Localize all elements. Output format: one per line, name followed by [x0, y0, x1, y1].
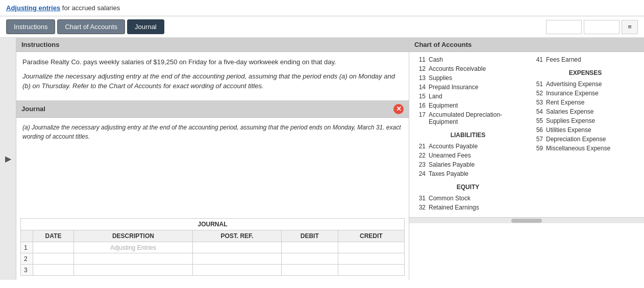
coa-item-51: 51 Advertising Expense [531, 81, 640, 88]
coa-item-14: 14 Prepaid Insurance [413, 84, 523, 91]
coa-header: Chart of Accounts [409, 38, 644, 52]
row-3-date[interactable] [33, 265, 74, 276]
journal-title-row: JOURNAL [21, 219, 405, 230]
expenses-title: EXPENSES [531, 68, 640, 77]
scrollbar-thumb[interactable] [511, 219, 542, 223]
coa-name-31: Common Stock [429, 195, 470, 202]
row-2-date[interactable] [33, 253, 74, 265]
row-1-desc[interactable]: Adjusting Entries [74, 242, 193, 253]
coa-name-12: Accounts Receivable [429, 65, 486, 72]
journal-close-button[interactable]: ✕ [393, 104, 404, 114]
coa-name-11: Cash [429, 56, 443, 63]
row-1-num: 1 [21, 242, 33, 253]
coa-name-57: Depreciation Expense [546, 136, 606, 143]
left-panel: Instructions Paradise Realty Co. pays we… [16, 38, 409, 280]
hamburger-icon: ≡ [628, 23, 632, 31]
row-2-desc[interactable] [74, 253, 193, 265]
coa-num-52: 52 [531, 90, 543, 97]
coa-num-57: 57 [531, 136, 543, 143]
coa-name-55: Supplies Expense [546, 117, 595, 124]
toolbar-input-2[interactable] [584, 20, 620, 34]
coa-name-14: Prepaid Insurance [429, 84, 478, 91]
row-1-credit[interactable] [338, 242, 404, 253]
coa-name-59: Miscellaneous Expense [546, 145, 610, 152]
coa-right-column: 41 Fees Earned EXPENSES 51 Advertising E… [527, 56, 644, 213]
coa-item-23: 23 Salaries Payable [413, 161, 523, 168]
journal-header-label: Journal [21, 105, 45, 113]
coa-num-24: 24 [413, 170, 426, 177]
journal-section: Journal ✕ (a) Journalize the necessary a… [16, 101, 409, 280]
row-1-date[interactable] [33, 242, 74, 253]
coa-content: 11 Cash 12 Accounts Receivable 13 Suppli… [409, 52, 644, 217]
coa-name-53: Rent Expense [546, 99, 584, 106]
col-debit: DEBIT [281, 230, 338, 242]
coa-num-22: 22 [413, 152, 426, 159]
coa-item-11: 11 Cash [413, 56, 523, 63]
row-2-post-ref[interactable] [192, 253, 281, 265]
row-1-post-ref[interactable] [192, 242, 281, 253]
row-3-credit[interactable] [338, 265, 404, 276]
equity-title: EQUITY [413, 182, 523, 192]
coa-item-12: 12 Accounts Receivable [413, 65, 523, 72]
journal-content-text: (a) Journalize the necessary adjusting e… [16, 118, 409, 219]
row-3-num: 3 [21, 265, 33, 276]
tab-instructions[interactable]: Instructions [6, 19, 55, 34]
coa-num-21: 21 [413, 143, 426, 150]
coa-num-15: 15 [413, 93, 426, 100]
coa-name-15: Land [429, 93, 442, 100]
row-2-num: 2 [21, 253, 33, 265]
toolbar-right: ≡ [546, 20, 638, 34]
coa-num-23: 23 [413, 161, 426, 168]
coa-item-16: 16 Equipment [413, 102, 523, 109]
coa-name-24: Taxes Payable [429, 170, 468, 177]
journal-table: JOURNAL DATE DESCRIPTION POST. REF. DEBI… [20, 218, 405, 276]
coa-name-54: Salaries Expense [546, 108, 593, 115]
main-content: ▶ Instructions Paradise Realty Co. pays … [0, 38, 644, 280]
coa-item-57: 57 Depreciation Expense [531, 136, 640, 143]
col-post-ref: POST. REF. [192, 230, 281, 242]
coa-name-17: Accumulated Depreciation-Equipment [429, 111, 523, 125]
scrollbar-area[interactable] [409, 217, 644, 223]
tab-bar: Instructions Chart of Accounts Journal ≡ [0, 16, 644, 38]
coa-item-41: 41 Fees Earned [531, 56, 640, 63]
coa-num-13: 13 [413, 74, 426, 82]
coa-name-52: Insurance Expense [546, 90, 599, 97]
chart-of-accounts-panel: Chart of Accounts 11 Cash 12 Accounts Re… [409, 38, 644, 280]
coa-num-31: 31 [413, 195, 426, 202]
table-row: 1 Adjusting Entries [21, 242, 405, 253]
toolbar-menu-button[interactable]: ≡ [622, 20, 638, 34]
page-title: Adjusting entries for accrued salaries [6, 4, 120, 12]
side-arrow-button[interactable]: ▶ [0, 38, 16, 280]
tab-chart-of-accounts[interactable]: Chart of Accounts [57, 19, 125, 34]
coa-num-54: 54 [531, 108, 543, 115]
coa-name-32: Retained Earnings [429, 204, 479, 211]
row-2-credit[interactable] [338, 253, 404, 265]
instructions-para1: Paradise Realty Co. pays weekly salaries… [22, 57, 403, 67]
coa-num-53: 53 [531, 99, 543, 106]
instructions-para2: Journalize the necessary adjusting entry… [22, 71, 403, 91]
tab-journal[interactable]: Journal [127, 19, 164, 34]
coa-item-54: 54 Salaries Expense [531, 108, 640, 115]
coa-name-21: Accounts Payable [429, 143, 478, 150]
row-3-desc[interactable] [74, 265, 193, 276]
journal-table-wrapper: JOURNAL DATE DESCRIPTION POST. REF. DEBI… [16, 218, 409, 280]
row-3-debit[interactable] [281, 265, 338, 276]
table-row: 3 [21, 265, 405, 276]
title-suffix: for accrued salaries [60, 4, 120, 12]
coa-num-41: 41 [531, 56, 543, 63]
toolbar-input-1[interactable] [546, 20, 582, 34]
adjusting-entries-link[interactable]: Adjusting entries [6, 4, 60, 12]
coa-num-32: 32 [413, 204, 426, 211]
coa-num-17: 17 [413, 111, 426, 118]
row-1-debit[interactable] [281, 242, 338, 253]
coa-left-column: 11 Cash 12 Accounts Receivable 13 Suppli… [409, 56, 527, 213]
coa-num-56: 56 [531, 126, 543, 134]
col-date: DATE [33, 230, 74, 242]
coa-name-13: Supplies [429, 74, 452, 82]
col-description: DESCRIPTION [74, 230, 193, 242]
header-bar: Adjusting entries for accrued salaries [0, 0, 644, 16]
row-2-debit[interactable] [281, 253, 338, 265]
coa-num-16: 16 [413, 102, 426, 109]
row-3-post-ref[interactable] [192, 265, 281, 276]
instructions-content: Paradise Realty Co. pays weekly salaries… [16, 52, 409, 101]
